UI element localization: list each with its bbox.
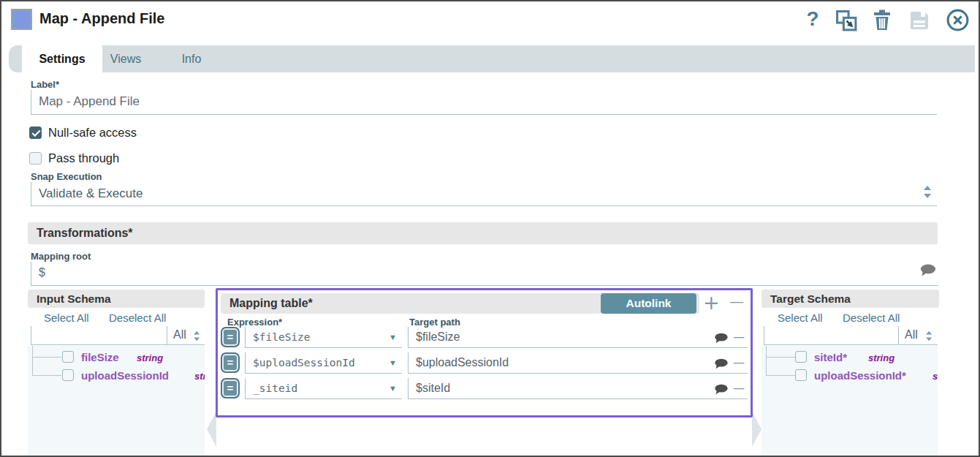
tree-connector: [32, 375, 61, 376]
expression-dropdown-caret-icon[interactable]: ▼: [389, 358, 397, 367]
target-path-field[interactable]: $fileSize: [408, 327, 748, 348]
pass-through-label: Pass through: [48, 151, 119, 165]
input-schema-header: Input Schema: [28, 290, 205, 308]
expression-column-header: Expression*: [227, 317, 282, 328]
tree-connector: [766, 346, 767, 375]
input-schema-item-name[interactable]: fileSize: [81, 351, 119, 363]
mapping-root-field[interactable]: $: [31, 262, 938, 286]
row-delete-icon[interactable]: —: [733, 381, 745, 395]
target-schema-header: Target Schema: [761, 290, 939, 308]
expression-toggle-button[interactable]: =: [221, 327, 240, 347]
input-schema-filter-scope-value: All: [173, 328, 186, 341]
mapping-root-label: Mapping root: [31, 251, 91, 262]
expression-field[interactable]: $fileSize: [245, 327, 402, 348]
mapping-root-comment-icon[interactable]: [919, 264, 937, 276]
transformations-section-header: Transformations*: [28, 222, 938, 244]
expression-toggle-button[interactable]: =: [221, 352, 240, 373]
target-schema-filter-scope-value: All: [905, 328, 918, 341]
snap-icon: [11, 9, 32, 30]
transformations-title: Transformations*: [28, 227, 133, 239]
autolink-button[interactable]: Autolink: [601, 293, 696, 314]
tab-settings[interactable]: Settings: [22, 45, 102, 72]
input-schema-item-type: string: [194, 371, 205, 382]
target-path-field[interactable]: $uploadSessionId: [408, 352, 748, 374]
input-schema-item-checkbox[interactable]: [62, 351, 74, 363]
row-delete-icon[interactable]: —: [733, 330, 745, 344]
tree-connector: [32, 357, 61, 358]
help-icon[interactable]: ?: [803, 7, 822, 31]
row-delete-icon[interactable]: —: [733, 355, 745, 369]
target-schema-select-all-link[interactable]: Select All: [778, 311, 823, 324]
tree-connector: [766, 357, 795, 358]
collapse-input-schema-chevron[interactable]: [207, 412, 216, 447]
mapping-table-panel: Mapping table* Autolink + — Expression* …: [216, 288, 753, 418]
label-field-label: Label*: [31, 79, 59, 90]
input-schema-tree: fileSize string uploadSessionId string: [28, 346, 205, 456]
input-schema-filter-spinner-icon[interactable]: [194, 331, 201, 341]
target-schema-item-type: string: [868, 352, 894, 363]
dialog-title: Map - Append File: [39, 10, 164, 27]
snap-settings-dialog: Map - Append File ? Settings Views Info …: [0, 0, 980, 457]
target-schema-item-type: string: [932, 371, 938, 382]
target-schema-item-checkbox[interactable]: [795, 351, 807, 363]
expression-toggle-button[interactable]: =: [221, 378, 240, 399]
row-comment-icon[interactable]: [714, 333, 729, 344]
expression-dropdown-caret-icon[interactable]: ▼: [389, 333, 397, 341]
target-path-column-header: Target path: [409, 317, 460, 328]
input-schema-filter-input[interactable]: [31, 326, 167, 345]
tab-info[interactable]: Info: [168, 45, 215, 72]
snap-execution-spinner-icon[interactable]: [924, 186, 932, 198]
tree-connector: [766, 375, 795, 376]
expression-field[interactable]: $uploadSessionId: [245, 352, 402, 374]
row-comment-icon[interactable]: [714, 384, 729, 395]
input-schema-deselect-all-link[interactable]: Deselect All: [109, 311, 166, 324]
target-schema-deselect-all-link[interactable]: Deselect All: [843, 311, 900, 324]
target-path-field[interactable]: $siteId: [408, 378, 748, 399]
tree-connector: [32, 346, 33, 375]
tab-bar: Settings Views Info: [9, 45, 975, 72]
pass-through-checkbox[interactable]: [29, 152, 42, 165]
collapse-target-schema-chevron[interactable]: [752, 412, 761, 447]
expression-dropdown-caret-icon[interactable]: ▼: [389, 384, 397, 393]
null-safe-access-checkbox[interactable]: [29, 126, 42, 139]
target-schema-item-checkbox[interactable]: [795, 369, 807, 381]
target-schema-filter-spinner-icon[interactable]: [926, 331, 933, 341]
label-field[interactable]: Map - Append File: [31, 90, 937, 115]
input-schema-item-type: string: [137, 352, 163, 363]
add-row-button[interactable]: +: [703, 291, 720, 314]
expression-field[interactable]: _siteid: [245, 378, 402, 399]
snap-execution-label: Snap Execution: [31, 171, 102, 182]
save-icon[interactable]: [908, 10, 930, 31]
target-schema-item-name[interactable]: siteId*: [814, 351, 847, 363]
mapping-table-title: Mapping table*: [221, 297, 313, 309]
row-comment-icon[interactable]: [714, 358, 729, 369]
mapping-row: = _siteid ▼ $siteId —: [218, 378, 751, 400]
remove-row-button[interactable]: —: [729, 292, 744, 310]
delete-snap-icon[interactable]: [872, 9, 892, 31]
input-schema-item-name[interactable]: uploadSessionId: [81, 369, 169, 382]
target-schema-tree: siteId* string uploadSessionId* string: [761, 346, 938, 456]
target-schema-title: Target Schema: [761, 292, 851, 305]
mapping-row: = $fileSize ▼ $fileSize —: [218, 327, 751, 349]
export-snap-icon[interactable]: [835, 10, 858, 32]
tab-views[interactable]: Views: [102, 45, 149, 72]
target-schema-filter-input[interactable]: [764, 326, 898, 345]
target-schema-item-name[interactable]: uploadSessionId*: [814, 369, 906, 382]
snap-execution-select[interactable]: Validate & Execute: [31, 182, 937, 206]
input-schema-select-all-link[interactable]: Select All: [44, 311, 89, 324]
null-safe-access-label: Null-safe access: [48, 126, 137, 140]
mapping-row: = $uploadSessionId ▼ $uploadSessionId —: [218, 352, 751, 374]
input-schema-item-checkbox[interactable]: [62, 369, 74, 381]
close-icon[interactable]: [946, 8, 970, 32]
input-schema-title: Input Schema: [28, 292, 111, 305]
